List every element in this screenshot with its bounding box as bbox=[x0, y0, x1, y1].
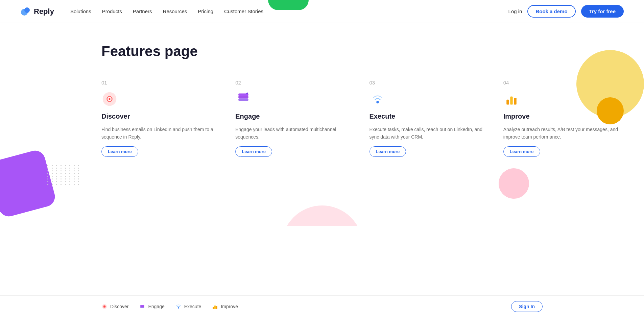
svg-point-4 bbox=[109, 98, 111, 100]
svg-rect-5 bbox=[238, 98, 248, 101]
main-content: // Will be generated via JS below Featur… bbox=[0, 23, 644, 226]
try-free-button[interactable]: Try for free bbox=[581, 5, 624, 18]
book-demo-button[interactable]: Book a demo bbox=[527, 5, 575, 18]
svg-point-9 bbox=[376, 101, 379, 103]
nav-customer-stories[interactable]: Customer Stories bbox=[224, 8, 263, 14]
feature-card-improve: 04 Improve Analyze outreach results, A/B… bbox=[503, 80, 624, 157]
page-title: Features page bbox=[101, 43, 624, 59]
improve-icon bbox=[503, 91, 520, 107]
deco-dots: // Will be generated via JS below bbox=[47, 165, 88, 205]
svg-rect-12 bbox=[514, 98, 516, 104]
learn-more-discover[interactable]: Learn more bbox=[101, 146, 138, 157]
learn-more-execute[interactable]: Learn more bbox=[369, 146, 406, 157]
svg-point-1 bbox=[24, 7, 30, 13]
svg-rect-10 bbox=[506, 100, 509, 105]
nav-pricing[interactable]: Pricing bbox=[198, 8, 213, 14]
green-shape-decoration bbox=[268, 0, 309, 10]
deco-circle-pink bbox=[499, 168, 529, 199]
feature-number-1: 01 bbox=[101, 80, 222, 86]
feature-number-3: 03 bbox=[369, 80, 490, 86]
deco-large-pink bbox=[282, 205, 363, 226]
svg-marker-8 bbox=[246, 92, 248, 94]
feature-title-improve: Improve bbox=[503, 113, 624, 120]
deco-dots-inner: // Will be generated via JS below bbox=[47, 165, 88, 185]
engage-icon bbox=[235, 91, 252, 107]
feature-title-execute: Execute bbox=[369, 113, 490, 120]
nav-solutions[interactable]: Solutions bbox=[70, 8, 91, 14]
features-grid: 01 Discover Find business emails on Link… bbox=[101, 80, 624, 157]
svg-rect-6 bbox=[238, 96, 248, 98]
feature-desc-engage: Engage your leads with automated multich… bbox=[235, 126, 356, 141]
discover-icon bbox=[101, 91, 118, 107]
feature-title-discover: Discover bbox=[101, 113, 222, 120]
feature-card-execute: 03 Execute Execute tasks, make calls, re… bbox=[369, 80, 490, 157]
feature-number-2: 02 bbox=[235, 80, 356, 86]
logo-text: Reply bbox=[34, 7, 54, 16]
logo[interactable]: Reply bbox=[20, 6, 54, 17]
feature-title-engage: Engage bbox=[235, 113, 356, 120]
learn-more-improve[interactable]: Learn more bbox=[503, 146, 540, 157]
feature-card-discover: 01 Discover Find business emails on Link… bbox=[101, 80, 222, 157]
feature-desc-discover: Find business emails on LinkedIn and pus… bbox=[101, 126, 222, 141]
navbar: Reply Solutions Products Partners Resour… bbox=[0, 0, 644, 23]
feature-desc-execute: Execute tasks, make calls, reach out on … bbox=[369, 126, 490, 141]
nav-partners[interactable]: Partners bbox=[133, 8, 152, 14]
nav-right: Log in Book a demo Try for free bbox=[508, 5, 624, 18]
svg-rect-11 bbox=[510, 97, 512, 105]
learn-more-engage[interactable]: Learn more bbox=[235, 146, 272, 157]
execute-icon bbox=[369, 91, 386, 107]
feature-number-4: 04 bbox=[503, 80, 624, 86]
nav-products[interactable]: Products bbox=[102, 8, 122, 14]
feature-card-engage: 02 Engage Engage your leads with automat… bbox=[235, 80, 356, 157]
feature-desc-improve: Analyze outreach results, A/B test your … bbox=[503, 126, 624, 141]
login-link[interactable]: Log in bbox=[508, 8, 522, 14]
nav-resources[interactable]: Resources bbox=[163, 8, 187, 14]
